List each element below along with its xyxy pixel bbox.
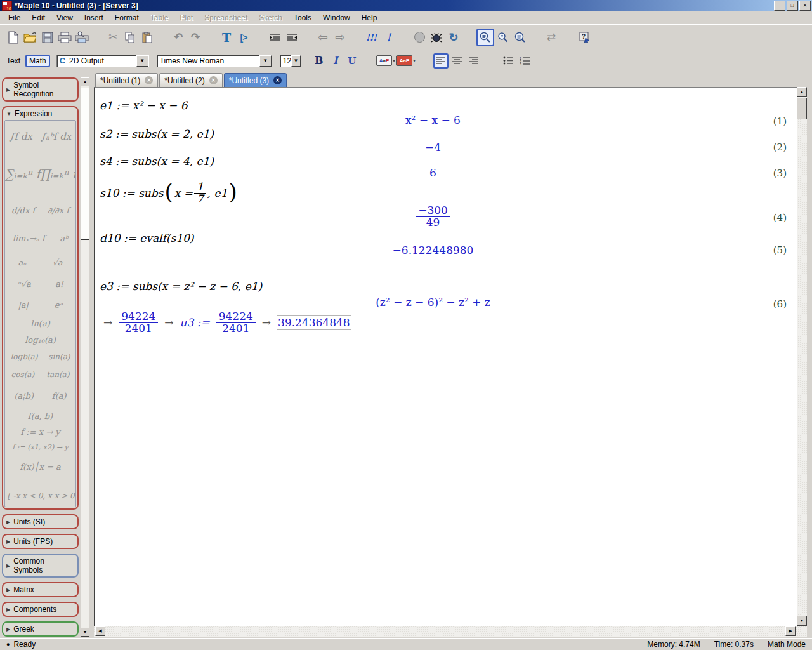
palette-item-product[interactable]: ∏ᵢ₌ₖⁿ f bbox=[41, 167, 76, 181]
align-right-button[interactable] bbox=[466, 53, 481, 69]
zoom-default-icon[interactable] bbox=[476, 29, 494, 46]
worksheet-editor[interactable]: e1 := x² − x − 6 x² − x − 6 (1) s2 := su… bbox=[94, 87, 797, 626]
palette-item-function[interactable]: f(a) bbox=[52, 391, 67, 401]
palette-item-sqrt[interactable]: √a bbox=[53, 258, 63, 267]
align-left-button[interactable] bbox=[433, 53, 449, 69]
menu-help[interactable]: Help bbox=[356, 11, 383, 24]
tab-untitled-3[interactable]: *Untitled (3) ✕ bbox=[224, 73, 287, 87]
palette-item-power[interactable]: aᵇ bbox=[60, 234, 68, 243]
scroll-left-icon[interactable]: ◀ bbox=[95, 626, 105, 636]
menu-insert[interactable]: Insert bbox=[79, 11, 109, 24]
execute-icon[interactable]: ! bbox=[380, 29, 396, 46]
back-icon[interactable]: ⇦ bbox=[315, 29, 331, 46]
menu-view[interactable]: View bbox=[51, 11, 79, 24]
align-center-button[interactable] bbox=[450, 53, 465, 69]
menu-window[interactable]: Window bbox=[317, 11, 356, 24]
italic-button[interactable]: I bbox=[328, 53, 343, 69]
stop-icon[interactable] bbox=[411, 29, 428, 46]
indent-icon[interactable] bbox=[266, 29, 283, 46]
math-output-1[interactable]: x² − x − 6 bbox=[95, 114, 771, 126]
palette-components[interactable]: ▶ Components bbox=[2, 602, 79, 617]
close-button[interactable]: ✕ bbox=[799, 1, 811, 11]
math-output-5[interactable]: −6.122448980 bbox=[95, 244, 771, 256]
scroll-up-icon[interactable]: ▲ bbox=[797, 87, 807, 97]
palette-item-ln[interactable]: ln(a) bbox=[30, 319, 49, 328]
palette-units-fps[interactable]: ▶ Units (FPS) bbox=[2, 534, 79, 549]
insert-text-icon[interactable]: T bbox=[218, 29, 235, 46]
palette-greek[interactable]: ▶ Greek bbox=[2, 621, 79, 637]
sidebar-scrollbar[interactable]: ▲ ▼ bbox=[81, 77, 89, 637]
tab-toggle-icon[interactable]: ⇄ bbox=[543, 29, 560, 46]
palette-item-limit[interactable]: limₓ→ₐ f bbox=[13, 234, 45, 243]
math-continuation-line[interactable]: → 942242401 → u3 := 942242401 → 39.24364… bbox=[103, 311, 358, 335]
copy-icon[interactable] bbox=[122, 29, 138, 46]
insert-math-input-icon[interactable]: [> bbox=[235, 29, 252, 46]
scroll-up-icon[interactable]: ▲ bbox=[81, 77, 89, 86]
palette-item-summation[interactable]: ∑ᵢ₌ₖⁿ f bbox=[5, 167, 41, 181]
redo-icon[interactable]: ↷ bbox=[187, 29, 204, 46]
palette-item-indefinite-integral[interactable]: ∫f dx bbox=[10, 131, 32, 142]
underline-button[interactable]: U bbox=[344, 53, 360, 69]
tab-untitled-2[interactable]: *Untitled (2) ✕ bbox=[159, 73, 222, 87]
palette-item-tan[interactable]: tan(a) bbox=[46, 370, 69, 379]
scroll-down-icon[interactable]: ▼ bbox=[81, 628, 89, 637]
minimize-button[interactable]: _ bbox=[774, 1, 785, 11]
bullet-list-button[interactable] bbox=[501, 53, 516, 69]
undo-icon[interactable]: ↶ bbox=[170, 29, 187, 46]
palette-common-symbols[interactable]: ▶ Common Symbols bbox=[2, 554, 79, 578]
numbered-list-button[interactable]: 123 bbox=[517, 53, 532, 69]
palette-symbol-recognition[interactable]: ▶ Symbol Recognition bbox=[2, 77, 79, 102]
debug-icon[interactable] bbox=[428, 29, 445, 46]
sidebar-scroll-thumb[interactable] bbox=[81, 88, 89, 240]
math-input-e1[interactable]: e1 := x² − x − 6 bbox=[100, 99, 188, 112]
palette-item-logb[interactable]: logb(a) bbox=[10, 352, 37, 361]
zoom-out-icon[interactable] bbox=[512, 29, 528, 46]
palette-units-si[interactable]: ▶ Units (SI) bbox=[2, 514, 79, 529]
print-icon[interactable] bbox=[56, 29, 73, 46]
paste-icon[interactable] bbox=[139, 29, 155, 46]
math-input-e3[interactable]: e3 := subs(x = z² − z − 6, e1) bbox=[100, 280, 262, 293]
math-input-s4[interactable]: s4 := subs(x = 4, e1) bbox=[100, 155, 214, 168]
open-icon[interactable] bbox=[22, 29, 39, 46]
palette-item-sin[interactable]: sin(a) bbox=[48, 352, 70, 361]
palette-item-binomial[interactable]: (a¦b) bbox=[14, 391, 34, 401]
chevron-down-icon[interactable]: ▼ bbox=[136, 55, 148, 67]
chevron-down-icon[interactable]: ▼ bbox=[291, 55, 301, 67]
tab-untitled-1[interactable]: *Untitled (1) ✕ bbox=[95, 73, 158, 87]
menu-file[interactable]: File bbox=[3, 11, 26, 24]
scroll-down-icon[interactable]: ▼ bbox=[797, 616, 807, 626]
palette-item-log10[interactable]: log₁₀(a) bbox=[25, 335, 56, 345]
math-output-3[interactable]: 6 bbox=[95, 166, 771, 179]
new-document-icon[interactable] bbox=[5, 29, 22, 46]
sidebar-splitter[interactable] bbox=[89, 72, 93, 638]
forward-icon[interactable]: ⇨ bbox=[332, 29, 348, 46]
execute-all-icon[interactable]: !!! bbox=[363, 29, 379, 46]
palette-item-mapping2[interactable]: f := (x1, x2) → y bbox=[12, 443, 68, 451]
palette-item-piecewise[interactable]: { -x x < 0, x x > 0 bbox=[6, 491, 74, 500]
print-preview-icon[interactable] bbox=[74, 29, 90, 46]
palette-item-exp[interactable]: eᵃ bbox=[55, 300, 63, 310]
paragraph-style-button[interactable]: AaE▾ bbox=[396, 53, 416, 69]
document-vertical-scrollbar[interactable]: ▲ ▼ bbox=[797, 87, 807, 626]
document-horizontal-scrollbar[interactable]: ◀ ▶ bbox=[94, 626, 807, 637]
tab-close-icon[interactable]: ✕ bbox=[209, 76, 218, 84]
zoom-in-icon[interactable] bbox=[495, 29, 511, 46]
math-output-6[interactable]: (z² − z − 6)² − z² + z bbox=[95, 296, 771, 308]
cut-icon[interactable]: ✂ bbox=[105, 29, 121, 46]
bold-button[interactable]: B bbox=[311, 53, 327, 69]
palette-item-derivative[interactable]: d∕dx f bbox=[11, 206, 35, 215]
menu-edit[interactable]: Edit bbox=[26, 11, 51, 24]
save-icon[interactable] bbox=[39, 29, 56, 46]
vertical-scroll-thumb[interactable] bbox=[797, 98, 807, 119]
chevron-down-icon[interactable]: ▼ bbox=[259, 55, 272, 67]
palette-item-abs[interactable]: |a| bbox=[18, 300, 29, 310]
menu-format[interactable]: Format bbox=[109, 11, 145, 24]
math-input-s10[interactable]: s10 := subs ( x = 17 , e1 ) bbox=[100, 182, 237, 205]
palette-item-nth-root[interactable]: ⁿ√a bbox=[17, 279, 31, 289]
restore-button[interactable]: ❐ bbox=[787, 1, 798, 11]
palette-matrix[interactable]: ▶ Matrix bbox=[2, 582, 79, 597]
help-context-icon[interactable]: ? bbox=[577, 29, 593, 46]
palette-item-partial-derivative[interactable]: ∂∕∂x f bbox=[48, 206, 69, 215]
palette-expression-header[interactable]: ▼ Expression bbox=[3, 107, 77, 120]
font-family-combo[interactable]: Times New Roman ▼ bbox=[157, 55, 272, 67]
